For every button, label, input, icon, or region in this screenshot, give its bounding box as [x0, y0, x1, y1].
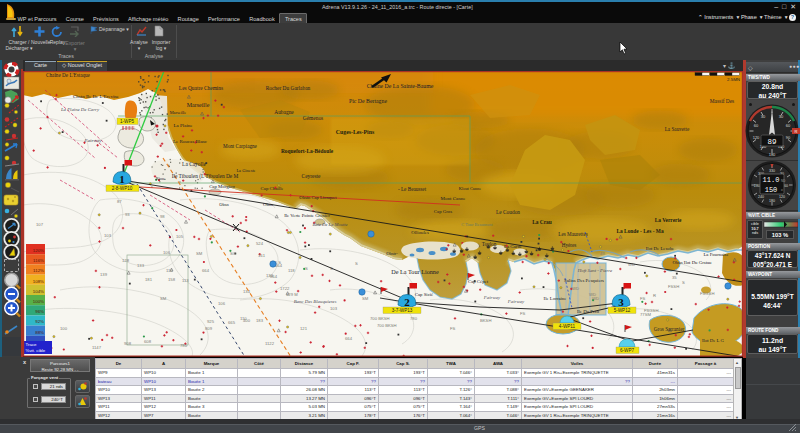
svg-text:Fairway: Fairway: [84, 138, 103, 143]
svg-text:La Crau: La Crau: [532, 219, 552, 225]
svg-text:87: 87: [117, 199, 122, 204]
svg-text:Massif Des: Massif Des: [710, 98, 734, 104]
svg-text:Le Coudon: Le Coudon: [496, 209, 520, 215]
svg-text:Toulon: Toulon: [482, 241, 497, 247]
svg-text:- Le Beausset: - Le Beausset: [398, 186, 427, 192]
svg-text:120: 120: [753, 135, 760, 140]
svg-text:104%: 104%: [33, 289, 44, 294]
svg-text:105: 105: [176, 234, 184, 239]
svg-text:121: 121: [300, 326, 308, 331]
svg-text:106: 106: [163, 250, 171, 255]
svg-text:La Garde: La Garde: [504, 244, 522, 249]
svg-text:Ollioules: Ollioules: [411, 230, 429, 235]
svg-text:SM: SM: [362, 296, 369, 301]
svg-text:524: 524: [256, 241, 264, 246]
svg-text:96%: 96%: [35, 309, 44, 314]
svg-text:Baie De La Moutte: Baie De La Moutte: [312, 222, 347, 227]
svg-text:30: 30: [761, 114, 766, 119]
svg-text:Obsn: Obsn: [263, 202, 274, 207]
svg-text:Salins Des Pesquiers: Salins Des Pesquiers: [564, 278, 604, 283]
svg-text:S: S: [305, 266, 308, 271]
svg-text:%vit. cible: %vit. cible: [26, 348, 46, 353]
svg-text:608: 608: [144, 339, 152, 344]
svg-text:Chstn Ile De L'Erevine: Chstn Ile De L'Erevine: [73, 94, 120, 99]
svg-text:Cap Sicié: Cap Sicié: [415, 292, 434, 297]
svg-text:664: 664: [202, 268, 210, 273]
svg-text:Cuges-Les-Pins: Cuges-Les-Pins: [336, 129, 375, 135]
svg-text:89: 89: [767, 138, 776, 146]
svg-text:La Cayolle: La Cayolle: [182, 161, 206, 167]
svg-text:3-7-WP13: 3-7-WP13: [392, 308, 413, 313]
svg-text:158: 158: [168, 277, 176, 282]
svg-text:S: S: [682, 280, 685, 285]
svg-text:93: 93: [125, 212, 130, 217]
svg-text:De La Tour Lionne: De La Tour Lionne: [391, 268, 439, 275]
svg-text:183: 183: [256, 318, 264, 323]
svg-text:Trace: Trace: [26, 342, 38, 347]
svg-text:133: 133: [137, 263, 145, 268]
svg-text:Ile Du Petit: Ile Du Petit: [577, 309, 600, 314]
svg-text:Aubagne: Aubagne: [274, 109, 294, 115]
svg-text:100%: 100%: [33, 299, 44, 304]
svg-text:3: 3: [618, 296, 624, 308]
svg-text:WD: WD: [589, 292, 596, 297]
svg-text:La Plaine De Carry: La Plaine De Carry: [60, 107, 100, 112]
svg-text:98: 98: [160, 214, 165, 219]
svg-text:128: 128: [122, 258, 130, 263]
svg-text:280: 280: [754, 184, 760, 188]
svg-text:150: 150: [765, 186, 778, 194]
svg-text:SG: SG: [230, 251, 236, 256]
svg-text:113: 113: [182, 278, 189, 283]
svg-text:Ilot De Lesube: Ilot De Lesube: [646, 246, 675, 251]
svg-text:180: 180: [769, 199, 775, 203]
svg-text:FSGSH: FSGSH: [700, 291, 714, 296]
svg-text:Obstn Cap Lionquet: Obstn Cap Lionquet: [299, 195, 337, 200]
svg-text:134: 134: [243, 289, 251, 294]
svg-text:88%: 88%: [35, 330, 44, 335]
svg-text:700 BKSH: 700 BKSH: [377, 323, 397, 328]
svg-text:La Plaine: La Plaine: [173, 123, 193, 128]
svg-text:6-WP7: 6-WP7: [620, 348, 634, 353]
svg-text:Mont Canne: Mont Canne: [441, 196, 467, 201]
svg-text:108%: 108%: [33, 279, 44, 284]
svg-text:Ile Tiboulen (L Tiboulen De M: Ile Tiboulen (L Tiboulen De M: [172, 173, 239, 180]
svg-text:Ilot De L G: Ilot De L G: [702, 338, 725, 343]
svg-text:30: 30: [779, 114, 784, 119]
svg-text:700 BKSH: 700 BKSH: [370, 316, 390, 321]
svg-text:908: 908: [124, 341, 132, 346]
svg-text:Obsn Ilot Du Grstau: Obsn Ilot Du Grstau: [672, 260, 712, 265]
svg-text:181: 181: [145, 277, 153, 282]
svg-text:Les Maurettes: Les Maurettes: [558, 231, 588, 237]
svg-text:SM: SM: [160, 296, 167, 301]
svg-text:925: 925: [207, 319, 215, 324]
svg-text:Ceyreste: Ceyreste: [302, 173, 321, 179]
svg-text:1-WP5: 1-WP5: [120, 119, 134, 124]
svg-text:La Sauvette: La Sauvette: [665, 126, 690, 132]
svg-text:FS: FS: [450, 326, 456, 331]
svg-text:R: R: [653, 293, 656, 298]
svg-text:Rocher Du Garlaban: Rocher Du Garlaban: [266, 85, 311, 91]
svg-text:11.0: 11.0: [763, 176, 780, 184]
svg-text:4-WP11: 4-WP11: [559, 324, 576, 329]
svg-text:Gros Sarranier: Gros Sarranier: [654, 326, 685, 332]
svg-text:180: 180: [769, 152, 776, 157]
svg-text:Ile Verte Pointe Grenier: Ile Verte Pointe Grenier: [284, 213, 330, 218]
svg-text:118: 118: [288, 268, 295, 273]
svg-text:400: 400: [243, 318, 251, 323]
svg-text:La Verrerie: La Verrerie: [655, 217, 682, 223]
svg-text:1722: 1722: [280, 286, 290, 291]
svg-text:100: 100: [60, 326, 68, 331]
svg-text:Obstr-: Obstr-: [386, 251, 398, 256]
svg-text:103: 103: [330, 306, 338, 311]
svg-text:780: 780: [180, 343, 188, 348]
svg-text:La Fournaise: La Fournaise: [703, 252, 728, 257]
svg-text:129 M: 129 M: [286, 292, 298, 297]
svg-text:Hoft Sant - Pierre: Hoft Sant - Pierre: [577, 268, 613, 273]
svg-text:Pic De Bertagne: Pic De Bertagne: [349, 98, 387, 104]
svg-text:Les Quatre Chemins: Les Quatre Chemins: [179, 85, 223, 91]
svg-text:240: 240: [758, 195, 764, 199]
svg-text:WD: WD: [572, 286, 579, 291]
svg-text:161: 161: [258, 253, 266, 258]
svg-text:BKSH: BKSH: [480, 318, 491, 323]
svg-text:60: 60: [754, 123, 759, 128]
